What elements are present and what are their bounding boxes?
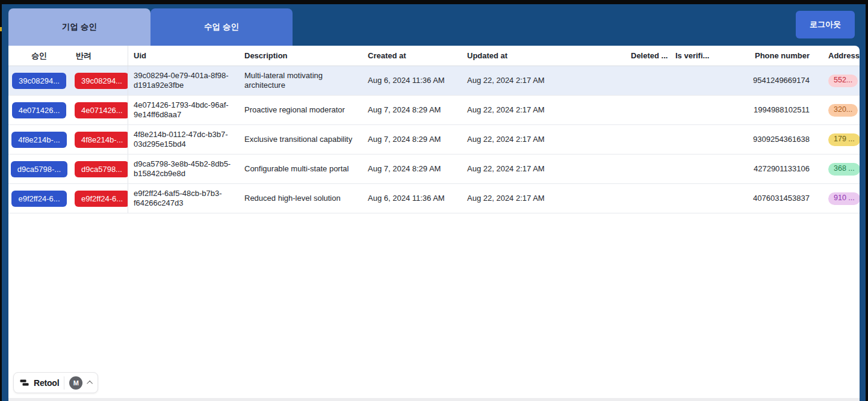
description-cell: Exclusive transitional capability: [240, 125, 362, 154]
logout-button[interactable]: 로그아웃: [796, 11, 855, 38]
window-frame: 기업 승인 수업 승인 로그아웃 승인 반려 Uid Description C…: [0, 0, 868, 401]
retool-brand-label: Retool: [34, 378, 59, 388]
table-row[interactable]: 4e071426... 4e071426... 4e071426-1793-4b…: [8, 96, 860, 125]
address-tag: 368 ...: [828, 163, 860, 176]
uid-cell: 39c08294-0e79-401a-8f98-d191a92e3fbe: [134, 71, 232, 91]
table-row[interactable]: d9ca5798-... d9ca5798... d9ca5798-3e8b-4…: [8, 155, 860, 184]
horizontal-scrollbar[interactable]: [8, 398, 860, 401]
deleted-at-cell: [626, 66, 671, 95]
phone-number-cell: 1994988102511: [728, 96, 816, 124]
updated-at-cell: Aug 22, 2024 2:17 AM: [462, 155, 626, 183]
updated-at-cell: Aug 22, 2024 2:17 AM: [462, 96, 626, 124]
chevron-up-icon[interactable]: [87, 381, 93, 387]
deleted-at-cell: [626, 96, 671, 124]
reject-button[interactable]: d9ca5798...: [75, 161, 128, 177]
retool-logo-icon: [20, 378, 29, 387]
phone-number-cell: 4076031453837: [728, 184, 816, 213]
deleted-at-cell: [626, 155, 671, 183]
approve-button[interactable]: d9ca5798-...: [11, 161, 67, 177]
address-tag: 320...: [828, 104, 858, 117]
updated-at-cell: Aug 22, 2024 2:17 AM: [462, 125, 626, 154]
col-header-reject[interactable]: 반려: [70, 46, 128, 66]
col-header-uid[interactable]: Uid: [128, 46, 240, 66]
address-tag: 179 ...: [828, 133, 860, 146]
reject-button[interactable]: e9f2ff24-6...: [75, 191, 128, 207]
description-cell: Proactive regional moderator: [240, 96, 362, 124]
description-cell: Configurable multi-state portal: [240, 155, 362, 183]
phone-number-cell: 4272901133106: [728, 155, 816, 183]
deleted-at-cell: [626, 125, 671, 154]
created-at-cell: Aug 7, 2024 8:29 AM: [362, 96, 462, 124]
uid-cell: d9ca5798-3e8b-45b2-8db5-b15842cb9e8d: [134, 159, 232, 179]
table-row[interactable]: 4f8e214b-... 4f8e214b-... 4f8e214b-0112-…: [8, 125, 860, 155]
address-tag: 910 ...: [828, 192, 860, 205]
table-header-row: 승인 반려 Uid Description Created at Updated…: [8, 46, 860, 66]
col-header-description[interactable]: Description: [240, 46, 362, 66]
approve-button[interactable]: 4e071426...: [12, 102, 67, 118]
approve-button[interactable]: 4f8e214b-...: [11, 132, 66, 148]
deleted-at-cell: [626, 184, 671, 213]
col-header-phone-number[interactable]: Phone number: [728, 46, 816, 66]
tab-company-approval[interactable]: 기업 승인: [8, 8, 150, 46]
retool-badge[interactable]: Retool M: [13, 372, 98, 393]
table-panel: 승인 반려 Uid Description Created at Updated…: [8, 46, 860, 401]
approve-button[interactable]: 39c08294...: [12, 73, 66, 89]
col-header-deleted-at[interactable]: Deleted ...: [626, 46, 671, 66]
app-canvas: 기업 승인 수업 승인 로그아웃 승인 반려 Uid Description C…: [2, 4, 866, 401]
created-at-cell: Aug 6, 2024 11:36 AM: [362, 184, 462, 213]
tab-bar: 기업 승인 수업 승인: [8, 8, 293, 46]
is-verified-cell: [671, 125, 728, 154]
is-verified-cell: [671, 155, 728, 183]
col-header-updated-at[interactable]: Updated at: [462, 46, 626, 66]
is-verified-cell: [671, 184, 728, 213]
reject-button[interactable]: 39c08294...: [75, 73, 128, 89]
phone-number-cell: 9309254361638: [728, 125, 816, 154]
table-body: 39c08294... 39c08294... 39c08294-0e79-40…: [8, 66, 860, 213]
reject-button[interactable]: 4e071426...: [75, 102, 128, 118]
badge-divider: [64, 376, 64, 390]
created-at-cell: Aug 7, 2024 8:29 AM: [362, 125, 462, 154]
address-tag: 552...: [828, 75, 858, 87]
uid-cell: e9f2ff24-6af5-48cb-b7b3-f64266c247d3: [134, 189, 232, 209]
description-cell: Reduced high-level solution: [240, 184, 362, 213]
created-at-cell: Aug 6, 2024 11:36 AM: [362, 66, 462, 95]
table-row[interactable]: e9f2ff24-6... e9f2ff24-6... e9f2ff24-6af…: [8, 184, 860, 213]
col-header-address[interactable]: Address: [816, 46, 860, 66]
is-verified-cell: [671, 96, 728, 124]
reject-button[interactable]: 4f8e214b-...: [75, 132, 128, 148]
col-header-approve[interactable]: 승인: [8, 46, 70, 66]
table-row[interactable]: 39c08294... 39c08294... 39c08294-0e79-40…: [8, 66, 860, 96]
tab-class-approval[interactable]: 수업 승인: [150, 8, 293, 46]
is-verified-cell: [671, 66, 728, 95]
phone-number-cell: 9541249669174: [728, 66, 816, 95]
updated-at-cell: Aug 22, 2024 2:17 AM: [462, 66, 626, 95]
uid-cell: 4e071426-1793-4bdc-96af-9e14ff6d8aa7: [134, 100, 232, 120]
description-cell: Multi-lateral motivating architecture: [240, 66, 362, 95]
col-header-created-at[interactable]: Created at: [362, 46, 462, 66]
created-at-cell: Aug 7, 2024 8:29 AM: [362, 155, 462, 183]
updated-at-cell: Aug 22, 2024 2:17 AM: [462, 184, 626, 213]
uid-cell: 4f8e214b-0112-47dc-b3b7-03d295e15bd4: [134, 130, 232, 150]
user-avatar[interactable]: M: [69, 376, 82, 390]
col-header-is-verified[interactable]: Is verifi...: [671, 46, 728, 66]
approve-button[interactable]: e9f2ff24-6...: [11, 191, 66, 207]
